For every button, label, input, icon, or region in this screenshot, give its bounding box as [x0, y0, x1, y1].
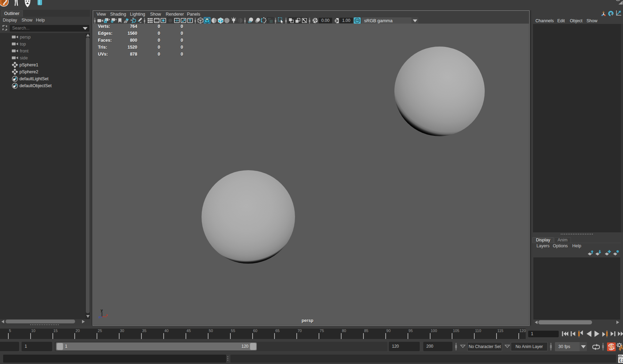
svg-text:z: z [99, 315, 100, 319]
svg-text:x: x [106, 313, 108, 317]
svg-text:ON: ON [355, 19, 359, 22]
svg-text:y: y [101, 308, 103, 312]
svg-text:{;: {; [619, 358, 623, 363]
